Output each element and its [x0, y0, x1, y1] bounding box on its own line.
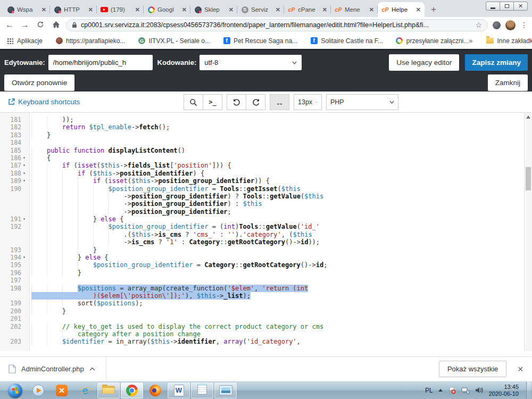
tab-close-icon[interactable]: ✕: [416, 6, 421, 13]
profile-avatar[interactable]: [505, 20, 516, 30]
bookmark-item-6[interactable]: przesyłanie załączni...: [396, 37, 469, 45]
browser-tab-4[interactable]: Googl✕: [144, 2, 190, 17]
code-line-184[interactable]: 184: [0, 139, 532, 146]
code-editor[interactable]: 181));182return $tpl_enable->fetch();183…: [0, 113, 532, 351]
code-line-183[interactable]: 183}: [0, 131, 532, 139]
tab-close-icon[interactable]: ✕: [41, 6, 46, 13]
tab-close-icon[interactable]: ✕: [135, 6, 140, 13]
code-line-194[interactable]: 194▾} else {: [0, 254, 532, 261]
code-line-195[interactable]: 195$position_group_identifier = Category…: [0, 261, 532, 269]
code-line-196[interactable]: 196}: [0, 269, 532, 277]
code-line-181[interactable]: 181));: [0, 116, 532, 123]
bookmark-item-3[interactable]: GIITVX.PL - Seriale o...: [138, 37, 210, 45]
taskbar-chrome-button[interactable]: [121, 383, 143, 398]
browser-tab-6[interactable]: SServiz✕: [237, 2, 284, 17]
bookmark-item-2[interactable]: https://parafiapieko...: [55, 37, 125, 45]
close-editor-button[interactable]: Zamknij: [488, 74, 528, 91]
code-line-198[interactable]: 198$positions = array_map(create_functio…: [0, 285, 532, 292]
code-line-192-wrap2[interactable]: ->is_cms ? '1' : Category::getRootCatego…: [0, 238, 532, 246]
keyboard-shortcuts-link[interactable]: Keyboard shortcuts: [8, 98, 80, 106]
save-changes-button[interactable]: Zapisz zmiany: [465, 54, 528, 71]
code-line-190[interactable]: 190$position_group_identifier = Tools::g…: [0, 185, 532, 193]
redo-button[interactable]: [246, 94, 265, 110]
taskbar-start-button[interactable]: [4, 383, 26, 398]
code-line-193[interactable]: 193}: [0, 246, 532, 254]
code-line-187[interactable]: 187▾if (isset($this->fields_list['positi…: [0, 162, 532, 169]
reload-button[interactable]: [35, 21, 46, 30]
tab-close-icon[interactable]: ✕: [182, 6, 187, 13]
tab-close-icon[interactable]: ✕: [369, 6, 374, 13]
browser-tab-3[interactable]: (179)✕: [97, 2, 144, 17]
download-item[interactable]: AdminController.php: [9, 364, 95, 373]
browser-tab-1[interactable]: Wspa✕: [3, 2, 50, 17]
use-legacy-editor-button[interactable]: Use legacy editor: [389, 54, 459, 71]
language-indicator[interactable]: PL: [425, 387, 433, 394]
code-line-197[interactable]: 197: [0, 277, 532, 284]
bookmark-star-icon[interactable]: ☆: [475, 21, 482, 29]
code-line-191[interactable]: 191▾} else {: [0, 215, 532, 223]
fold-arrow-icon[interactable]: ▾: [21, 215, 30, 223]
code-line-201[interactable]: 201: [0, 315, 532, 322]
taskbar-internet-explorer-button[interactable]: e: [74, 383, 96, 398]
new-tab-button[interactable]: +: [427, 3, 440, 16]
code-line-200[interactable]: 200}: [0, 307, 532, 315]
browser-tab-9[interactable]: cPHelpe✕: [378, 2, 425, 17]
browser-tab-5[interactable]: Sklep✕: [190, 2, 237, 17]
browser-tab-8[interactable]: cPMene✕: [331, 2, 378, 17]
editor-scrollbar[interactable]: [524, 113, 532, 351]
show-desktop-button[interactable]: [526, 381, 531, 399]
other-bookmarks-button[interactable]: Inne zakładki: [486, 37, 532, 45]
code-line-188[interactable]: 188▾if ($this->position_identifier) {: [0, 170, 532, 177]
home-button[interactable]: [51, 21, 61, 30]
tab-close-icon[interactable]: ✕: [229, 6, 234, 13]
search-button[interactable]: [184, 94, 203, 110]
code-line-198-wrap1[interactable]: )($elem[\'position\']);'), $this->_list)…: [0, 292, 532, 300]
close-downloads-bar-icon[interactable]: ✕: [517, 365, 523, 373]
code-line-189[interactable]: 189▾if (isset($this->position_group_iden…: [0, 177, 532, 185]
forward-button[interactable]: →: [20, 21, 30, 29]
taskbar-firefox-button[interactable]: [144, 383, 167, 398]
code-line-192-wrap1[interactable]: .($this->is_cms ? 'cms_' : '').'category…: [0, 231, 532, 238]
code-line-202-wrap1[interactable]: category after a position change: [0, 330, 532, 338]
taskbar-photo-viewer-button[interactable]: [214, 383, 237, 398]
code-line-192[interactable]: 192$position_group_identifier = (int)Too…: [0, 223, 532, 230]
browser-extension-icon[interactable]: [493, 21, 501, 29]
code-line-190-wrap3[interactable]: ->position_group_identifier;: [0, 208, 532, 215]
code-line-203[interactable]: 203$identifier = in_array($this->identif…: [0, 338, 532, 345]
network-icon[interactable]: [461, 387, 470, 394]
file-path-input[interactable]: [48, 55, 153, 70]
taskbar-word-button[interactable]: W: [168, 383, 190, 398]
taskbar-explorer-button[interactable]: [97, 383, 120, 398]
code-line-185[interactable]: 185public function displayListContent(): [0, 147, 532, 154]
bookmarks-overflow-button[interactable]: »: [469, 37, 472, 45]
undo-button[interactable]: [227, 94, 246, 110]
window-minimize-button[interactable]: [486, 2, 500, 11]
code-line-190-wrap1[interactable]: ->position_group_identifier) ? Tools::ge…: [0, 193, 532, 200]
scrollbar-thumb[interactable]: [526, 167, 531, 190]
font-size-select[interactable]: 13px: [294, 94, 322, 110]
encoding-select[interactable]: utf-8: [200, 55, 302, 70]
window-restore-button[interactable]: [500, 2, 514, 11]
tab-close-icon[interactable]: ✕: [322, 6, 327, 13]
action-center-flag-icon[interactable]: [448, 387, 456, 394]
tab-close-icon[interactable]: ✕: [88, 6, 93, 13]
word-wrap-button[interactable]: ↔: [270, 94, 289, 110]
terminal-button[interactable]: >_: [203, 94, 222, 110]
bookmark-item-5[interactable]: fSolitaire Castle na F...: [310, 37, 383, 45]
taskbar-notepad-button[interactable]: [191, 383, 213, 398]
fold-arrow-icon[interactable]: ▾: [21, 254, 30, 261]
scrollbar-up-arrow-icon[interactable]: [526, 115, 530, 119]
show-all-downloads-button[interactable]: Pokaż wszystkie: [439, 361, 506, 377]
browser-menu-button[interactable]: ⋮: [520, 21, 528, 29]
bookmark-item-4[interactable]: fPet Rescue Saga na...: [223, 37, 297, 45]
window-close-button[interactable]: ✕: [513, 2, 528, 11]
code-line-186[interactable]: 186▾{: [0, 154, 532, 162]
taskbar-clock[interactable]: 13:45 2020-06-10: [489, 384, 521, 397]
volume-icon[interactable]: [475, 387, 484, 394]
address-bar[interactable]: cp0001.srv.servizza.it:2083/cpsess045657…: [66, 19, 488, 31]
code-line-182[interactable]: 182return $tpl_enable->fetch();: [0, 123, 532, 131]
fold-arrow-icon[interactable]: ▾: [21, 162, 30, 169]
reopen-button[interactable]: Otwórz ponownie: [4, 74, 74, 91]
tab-close-icon[interactable]: ✕: [276, 6, 280, 13]
syntax-mode-select[interactable]: PHP: [326, 94, 398, 110]
